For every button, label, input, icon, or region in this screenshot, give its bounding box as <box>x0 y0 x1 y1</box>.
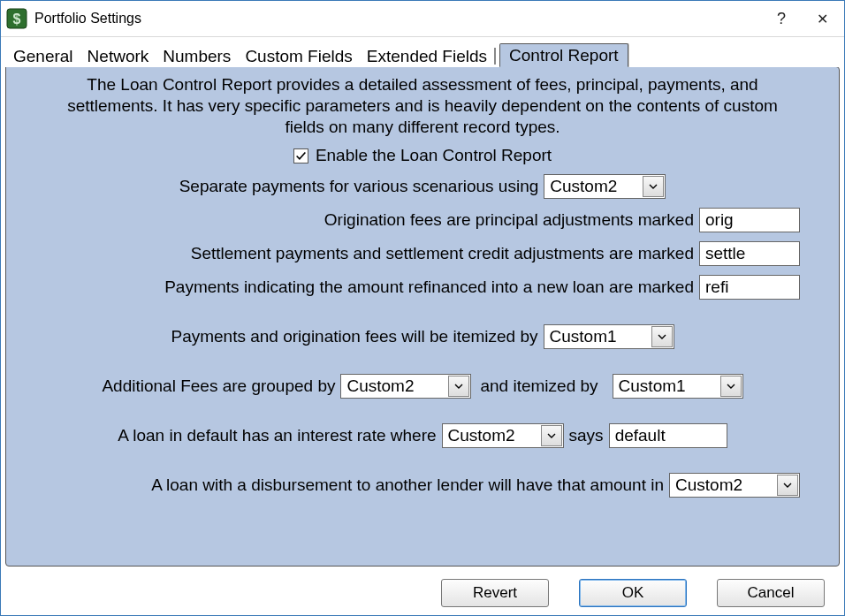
itemized-by-label: Payments and origination fees will be it… <box>171 327 537 346</box>
tab-strip: General Network Numbers Custom Fields Ex… <box>1 37 844 67</box>
additional-fees-group-select[interactable]: Custom2 <box>340 374 471 399</box>
default-loan-label-b: says <box>569 426 604 445</box>
button-bar: Revert OK Cancel <box>1 571 844 615</box>
ok-button[interactable]: OK <box>579 579 687 607</box>
cancel-button[interactable]: Cancel <box>717 579 825 607</box>
refinanced-payments-input[interactable]: refi <box>699 275 800 300</box>
help-icon: ? <box>777 10 786 28</box>
close-button[interactable]: ✕ <box>802 2 842 35</box>
window-frame: $ Portfolio Settings ? ✕ General Network… <box>0 0 845 616</box>
additional-fees-label-a: Additional Fees are grouped by <box>102 376 335 396</box>
default-loan-label-a: A loan in default has an interest rate w… <box>118 426 436 445</box>
itemized-by-select[interactable]: Custom1 <box>544 324 674 349</box>
refinanced-payments-label: Payments indicating the amount refinance… <box>164 278 694 297</box>
tab-numbers[interactable]: Numbers <box>156 45 238 67</box>
default-loan-field-select[interactable]: Custom2 <box>442 423 564 448</box>
additional-fees-label-b: and itemized by <box>480 376 598 396</box>
separate-payments-label: Separate payments for various scenarious… <box>179 177 539 196</box>
enable-report-label: Enable the Loan Control Report <box>316 146 552 165</box>
separate-payments-select[interactable]: Custom2 <box>544 174 666 199</box>
check-icon <box>293 148 308 164</box>
control-report-panel: The Loan Control Report provides a detai… <box>5 66 840 567</box>
chevron-down-icon <box>651 326 673 347</box>
chevron-down-icon <box>448 376 469 397</box>
intro-text: The Loan Control Report provides a detai… <box>47 74 798 137</box>
svg-text:$: $ <box>13 11 21 27</box>
title-bar: $ Portfolio Settings ? ✕ <box>1 1 844 37</box>
enable-report-checkbox[interactable]: Enable the Loan Control Report <box>293 146 552 165</box>
help-button[interactable]: ? <box>761 2 802 35</box>
chevron-down-icon <box>541 425 562 446</box>
tab-network[interactable]: Network <box>80 45 156 67</box>
origination-fees-label: Origination fees are principal adjustmen… <box>324 210 694 230</box>
window-title: Portfolio Settings <box>34 11 761 27</box>
chevron-down-icon <box>720 376 742 397</box>
tab-custom-fields[interactable]: Custom Fields <box>238 45 359 67</box>
settlement-payments-label: Settlement payments and settlement credi… <box>191 244 694 263</box>
app-icon: $ <box>6 8 27 29</box>
tab-extended-fields[interactable]: Extended Fields <box>360 45 494 67</box>
tab-control-report[interactable]: Control Report <box>499 43 628 67</box>
chevron-down-icon <box>643 176 664 197</box>
settlement-payments-input[interactable]: settle <box>699 241 800 266</box>
close-icon: ✕ <box>817 11 828 27</box>
origination-fees-input[interactable]: orig <box>699 208 800 232</box>
additional-fees-item-select[interactable]: Custom1 <box>613 374 743 399</box>
disbursement-select[interactable]: Custom2 <box>669 473 800 498</box>
default-loan-text-input[interactable]: default <box>609 423 727 448</box>
tab-general[interactable]: General <box>6 45 80 67</box>
revert-button[interactable]: Revert <box>441 579 549 607</box>
disbursement-label: A loan with a disbursement to another le… <box>151 475 664 495</box>
chevron-down-icon <box>777 475 798 496</box>
